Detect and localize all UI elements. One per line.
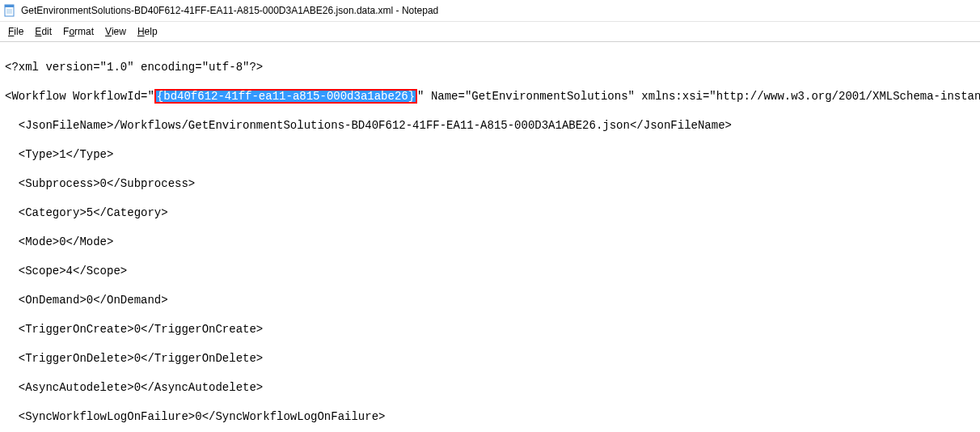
code-line: <Subprocess>0</Subprocess> <box>5 176 975 191</box>
window-title: GetEnvironmentSolutions-BD40F612-41FF-EA… <box>21 5 438 16</box>
sel-brace-left: { <box>157 90 163 103</box>
code-line: <Mode>0</Mode> <box>5 235 975 249</box>
code-line: <OnDemand>0</OnDemand> <box>5 293 975 307</box>
code-line: <AsyncAutodelete>0</AsyncAutodelete> <box>5 380 975 395</box>
menu-format[interactable]: Format <box>58 25 99 38</box>
sel-guid: bd40f612-41ff-ea11-a815-000d3a1abe26 <box>163 90 408 103</box>
code-line: <JsonFileName>/Workflows/GetEnvironmentS… <box>5 118 975 133</box>
svg-rect-1 <box>5 5 14 7</box>
code-line: <Workflow WorkflowId="{bd40f612-41ff-ea1… <box>5 89 975 104</box>
menubar: File Edit Format View Help <box>0 22 980 41</box>
code-line: <?xml version="1.0" encoding="utf-8"?> <box>5 60 975 74</box>
code-text: <Workflow WorkflowId=" <box>5 90 154 103</box>
menu-separator <box>0 41 980 42</box>
code-line: <Scope>4</Scope> <box>5 264 975 278</box>
text-editor[interactable]: <?xml version="1.0" encoding="utf-8"?> <… <box>0 44 980 432</box>
menu-edit[interactable]: Edit <box>30 25 57 38</box>
sel-brace-right: } <box>408 90 415 103</box>
code-line: <TriggerOnDelete>0</TriggerOnDelete> <box>5 351 975 366</box>
code-line: <Category>5</Category> <box>5 205 975 220</box>
window-titlebar: GetEnvironmentSolutions-BD40F612-41FF-EA… <box>0 0 980 22</box>
code-text: " Name="GetEnvironmentSolutions" xmlns:x… <box>417 90 980 103</box>
code-line: <SyncWorkflowLogOnFailure>0</SyncWorkflo… <box>5 409 975 424</box>
menu-view[interactable]: View <box>100 25 131 38</box>
menu-file[interactable]: File <box>3 25 28 38</box>
notepad-icon <box>3 4 16 17</box>
selection-highlight: {bd40f612-41ff-ea11-a815-000d3a1abe26} <box>154 89 417 104</box>
code-line: <TriggerOnCreate>0</TriggerOnCreate> <box>5 322 975 337</box>
code-line: <Type>1</Type> <box>5 147 975 162</box>
menu-help[interactable]: Help <box>133 25 163 38</box>
